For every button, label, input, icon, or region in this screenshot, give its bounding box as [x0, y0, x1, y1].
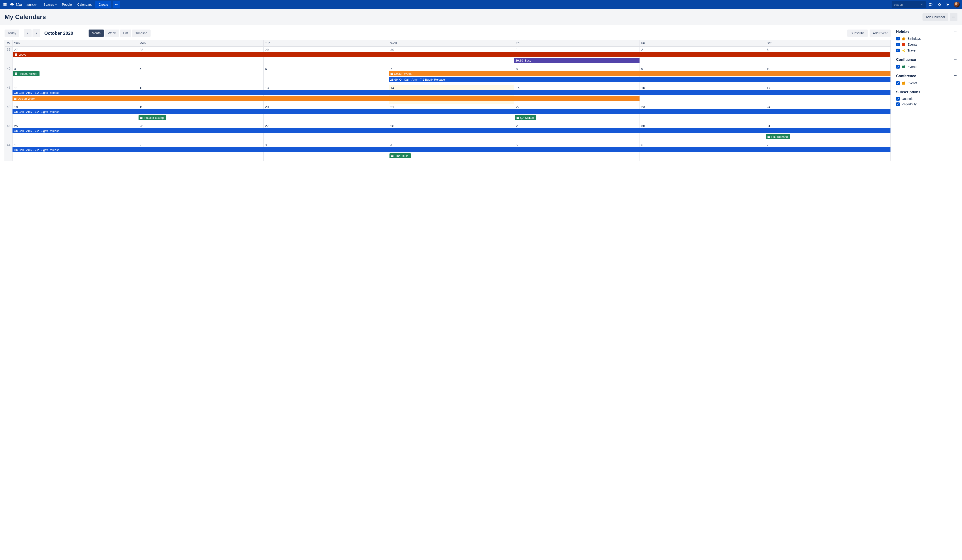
nav-spaces[interactable]: Spaces: [40, 0, 59, 9]
next-button[interactable]: [32, 29, 40, 37]
sidebar-item-birthdays[interactable]: Birthdays: [896, 36, 957, 42]
svg-rect-15: [15, 53, 16, 54]
sidebar-item-events[interactable]: Events: [896, 42, 957, 47]
sidebar-group-holiday: HolidayBirthdaysEventsTravel: [896, 29, 957, 53]
day-number: 7: [391, 67, 513, 71]
nav-people[interactable]: People: [59, 0, 75, 9]
svg-point-46: [956, 31, 956, 32]
hamburger-icon[interactable]: [2, 2, 8, 7]
event-on-call-amy-7-2-bugfix-release[interactable]: 21:00On Call - Amy - 7.2 Bugfix Release: [389, 77, 891, 82]
group-more-icon[interactable]: [954, 74, 957, 78]
day-number: 21: [391, 105, 513, 109]
add-calendar-button[interactable]: Add Calendar: [922, 13, 948, 21]
event-design-week[interactable]: Design Week: [13, 96, 639, 101]
day-header: Sat: [765, 40, 891, 46]
settings-icon[interactable]: [936, 1, 943, 8]
svg-point-47: [956, 31, 957, 32]
calendar-header-row: WSunMonTueWedThuFriSat: [5, 40, 891, 47]
confluence-logo[interactable]: Confluence: [10, 2, 37, 7]
sidebar-item-events[interactable]: Events: [896, 80, 957, 86]
svg-rect-34: [517, 117, 519, 118]
checkbox[interactable]: [896, 37, 900, 40]
global-search[interactable]: [892, 1, 926, 8]
day-cell[interactable]: 6: [263, 66, 389, 85]
event-on-call-amy-7-2-bugfix-release[interactable]: On Call - Amy - 7.2 Bugfix Release: [13, 109, 891, 114]
prev-button[interactable]: [24, 29, 32, 37]
create-button[interactable]: Create: [95, 1, 111, 8]
event-project-kickoff[interactable]: Project Kickoff: [13, 71, 40, 76]
checkbox[interactable]: [896, 81, 900, 85]
subscribe-button[interactable]: Subscribe: [847, 29, 868, 37]
day-number: 8: [516, 67, 638, 71]
event-leave[interactable]: Leave: [13, 52, 890, 57]
user-avatar[interactable]: [954, 2, 960, 8]
week-number: 42: [5, 104, 13, 123]
event-busy[interactable]: 20:30Busy: [514, 58, 639, 63]
group-more-icon[interactable]: [954, 29, 957, 34]
nav-calendars[interactable]: Calendars: [74, 0, 94, 9]
svg-rect-66: [903, 82, 903, 82]
checkbox[interactable]: [896, 65, 900, 69]
calendar-week-row: 4325262728293031On Call - Amy - 7.2 Bugf…: [5, 123, 891, 142]
event-on-call-amy-7-2-bugfix-release[interactable]: On Call - Amy - 7.2 Bugfix Release: [13, 90, 891, 95]
svg-rect-30: [140, 117, 143, 118]
sidebar-group-title: Confluence: [896, 58, 957, 62]
day-cell[interactable]: 5: [138, 66, 263, 85]
event-qa-kickoff[interactable]: QA Kickoff: [515, 115, 536, 120]
day-number: 5: [516, 143, 638, 147]
day-number: 23: [641, 105, 763, 109]
event-on-call-amy-7-2-bugfix-release[interactable]: On Call - Amy - 7.2 Bugfix Release: [13, 147, 891, 152]
svg-point-12: [954, 17, 955, 18]
day-number: 13: [265, 86, 387, 90]
day-header: Thu: [514, 40, 639, 46]
day-number: 28: [139, 48, 262, 52]
svg-rect-53: [904, 43, 904, 44]
day-number: 12: [139, 86, 262, 90]
sidebar-item-pagerduty[interactable]: PagerDuty: [896, 102, 957, 107]
sidebar-item-label: Events: [907, 81, 917, 85]
svg-rect-38: [767, 136, 770, 137]
event-lts-release[interactable]: LTS Release: [766, 134, 790, 139]
sidebar-group-conference: ConferenceEvents: [896, 74, 957, 86]
sidebar-item-label: Birthdays: [907, 37, 921, 40]
svg-point-63: [956, 76, 956, 76]
svg-rect-50: [904, 38, 904, 40]
view-tab-month[interactable]: Month: [89, 29, 104, 37]
view-tab-timeline[interactable]: Timeline: [132, 29, 150, 37]
sidebar-item-events[interactable]: Events: [896, 64, 957, 70]
group-more-icon[interactable]: [954, 58, 957, 62]
event-design-week[interactable]: Design Week: [389, 71, 891, 76]
notifications-icon[interactable]: [944, 1, 952, 8]
sidebar-group-title: Subscriptions: [896, 90, 957, 94]
calendar-week-row: 441234567On Call - Amy - 7.2 Bugfix Rele…: [5, 142, 891, 161]
view-tab-week[interactable]: Week: [105, 29, 119, 37]
sidebar-item-travel[interactable]: Travel: [896, 47, 957, 53]
event-installer-testing[interactable]: Installer testing: [139, 115, 166, 120]
today-button[interactable]: Today: [5, 29, 19, 37]
week-number: 43: [5, 123, 13, 142]
week-number: 44: [5, 142, 13, 161]
nav-more-button[interactable]: [113, 1, 120, 8]
page-more-button[interactable]: [950, 13, 957, 21]
add-event-button[interactable]: Add Event: [870, 29, 891, 37]
checkbox[interactable]: [896, 48, 900, 52]
page-header: My Calendars Add Calendar: [0, 9, 962, 25]
svg-rect-58: [902, 66, 905, 68]
event-final-build[interactable]: Final Build: [389, 153, 411, 158]
view-tab-list[interactable]: List: [120, 29, 131, 37]
day-number: 4: [14, 67, 137, 71]
checkbox[interactable]: [896, 97, 900, 101]
day-number: 29: [265, 48, 387, 52]
event-on-call-amy-7-2-bugfix-release[interactable]: On Call - Amy - 7.2 Bugfix Release: [13, 128, 891, 133]
checkbox[interactable]: [896, 102, 900, 106]
cal-icon: [902, 81, 906, 85]
day-number: 6: [265, 67, 387, 71]
checkbox[interactable]: [896, 43, 900, 46]
plane-icon: [902, 48, 906, 52]
svg-point-57: [956, 59, 957, 60]
svg-line-7: [923, 5, 923, 6]
svg-point-10: [952, 17, 953, 18]
search-input[interactable]: [893, 3, 919, 6]
help-icon[interactable]: [927, 1, 934, 8]
sidebar-item-outlook[interactable]: Outlook: [896, 96, 957, 102]
